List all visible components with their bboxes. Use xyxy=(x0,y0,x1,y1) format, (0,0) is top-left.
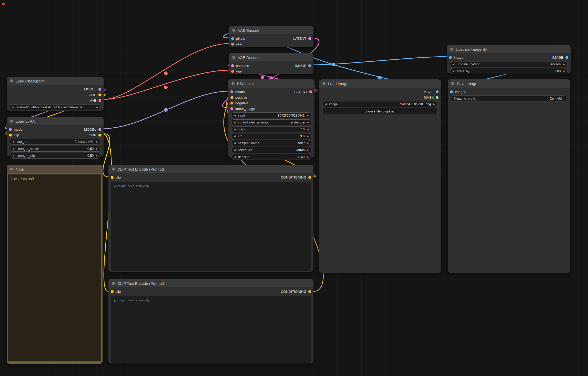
node-load-lora[interactable]: Load LoRA model MODEL clip CLIP ◀ lora_n… xyxy=(7,117,104,156)
input-pin-latent-image[interactable] xyxy=(230,107,233,110)
image-select-widget[interactable]: ◀ image ComfyUI_01990_.png ▶ xyxy=(322,101,438,107)
input-pin-negative[interactable] xyxy=(230,102,233,105)
next-arrow-icon[interactable]: ▶ xyxy=(307,155,309,158)
next-arrow-icon[interactable]: ▶ xyxy=(307,135,309,138)
next-arrow-icon[interactable]: ▶ xyxy=(96,140,98,143)
collapse-dot-icon[interactable] xyxy=(232,29,235,32)
collapse-dot-icon[interactable] xyxy=(112,168,115,171)
next-arrow-icon[interactable]: ▶ xyxy=(307,128,309,131)
node-title-bar[interactable]: KSampler xyxy=(228,79,315,88)
next-arrow-icon[interactable]: ▶ xyxy=(96,106,98,109)
node-clip-text-encode-positive[interactable]: CLIP Text Encode (Prompt) clip CONDITION… xyxy=(108,165,313,272)
collapse-dot-icon[interactable] xyxy=(322,82,326,85)
strength-model-widget[interactable]: ◀ strength_model 0.50 ▶ xyxy=(10,146,100,152)
node-clip-text-encode-negative[interactable]: CLIP Text Encode (Prompt) clip CONDITION… xyxy=(108,279,313,363)
input-pin-clip[interactable] xyxy=(111,290,114,293)
next-arrow-icon[interactable]: ▶ xyxy=(563,63,565,66)
prev-arrow-icon[interactable]: ◀ xyxy=(452,63,454,66)
lora-name-widget[interactable]: ◀ lora_na … [redacted] ▶ xyxy=(10,139,100,145)
prev-arrow-icon[interactable]: ◀ xyxy=(12,147,14,150)
next-arrow-icon[interactable]: ▶ xyxy=(433,103,435,106)
collapse-dot-icon[interactable] xyxy=(450,48,453,51)
filename-prefix-widget[interactable]: filename_prefix ComfyUI xyxy=(451,96,567,101)
seed-widget[interactable]: ◀ seed 807235678230542 ▶ xyxy=(231,112,311,118)
input-pin-image[interactable] xyxy=(449,56,452,59)
prev-arrow-icon[interactable]: ◀ xyxy=(12,154,14,157)
ckpt-name-widget[interactable]: ◀ aNewWorldPhotorealistic_v41Fixed16step… xyxy=(10,104,100,110)
input-pin-positive[interactable] xyxy=(230,96,233,99)
next-arrow-icon[interactable]: ▶ xyxy=(307,149,309,151)
input-pin-vae[interactable] xyxy=(231,43,234,46)
collapse-dot-icon[interactable] xyxy=(232,56,235,59)
prev-arrow-icon[interactable]: ◀ xyxy=(234,114,236,117)
prev-arrow-icon[interactable]: ◀ xyxy=(234,149,236,151)
scale-by-widget[interactable]: ◀ scale_by 2.00 ▶ xyxy=(450,68,567,74)
prev-arrow-icon[interactable]: ◀ xyxy=(234,128,236,131)
choose-file-button[interactable]: choose file to upload xyxy=(322,108,438,114)
prompt-textarea[interactable]: [prompt text removed] xyxy=(111,296,311,363)
control-after-generate-widget[interactable]: ◀ control after generate randomize ▶ xyxy=(231,119,311,125)
input-pin-pixels[interactable] xyxy=(231,37,234,40)
collapse-dot-icon[interactable] xyxy=(451,82,454,85)
node-load-checkpoint[interactable]: Load Checkpoint MODEL CLIP VAE ◀ aNewWor… xyxy=(7,77,104,111)
collapse-dot-icon[interactable] xyxy=(10,120,13,123)
next-arrow-icon[interactable]: ▶ xyxy=(96,147,98,150)
prev-arrow-icon[interactable]: ◀ xyxy=(12,106,14,109)
input-pin-images[interactable] xyxy=(450,90,453,93)
input-pin-model[interactable] xyxy=(9,128,12,131)
output-pin-conditioning[interactable] xyxy=(308,176,311,179)
node-title-bar[interactable]: VAE Encode xyxy=(229,26,313,34)
node-title-bar[interactable]: VAE Decode xyxy=(229,53,313,61)
output-pin-clip[interactable] xyxy=(98,93,101,96)
cfg-widget[interactable]: ◀ cfg 3.0 ▶ xyxy=(231,133,311,139)
output-pin-conditioning[interactable] xyxy=(308,290,311,293)
node-upscale-image-by[interactable]: Upscale Image By image IMAGE ◀ upscale_m… xyxy=(447,45,571,73)
scheduler-widget[interactable]: ◀ scheduler karras ▶ xyxy=(231,147,311,153)
prev-arrow-icon[interactable]: ◀ xyxy=(12,140,14,143)
node-note[interactable]: Note [text removed] xyxy=(7,165,103,364)
output-pin-image[interactable] xyxy=(436,90,439,93)
output-pin-latent[interactable] xyxy=(308,37,311,40)
note-text[interactable]: [text removed] xyxy=(8,174,101,361)
input-pin-vae[interactable] xyxy=(231,70,234,73)
output-pin-image[interactable] xyxy=(308,64,311,67)
next-arrow-icon[interactable]: ▶ xyxy=(307,142,309,144)
node-title-bar[interactable]: Load Image xyxy=(319,79,441,88)
prev-arrow-icon[interactable]: ◀ xyxy=(234,135,236,138)
next-arrow-icon[interactable]: ▶ xyxy=(307,121,309,124)
node-title-bar[interactable]: Load LoRA xyxy=(7,117,104,125)
node-title-bar[interactable]: Save Image xyxy=(448,79,570,88)
prev-arrow-icon[interactable]: ◀ xyxy=(234,142,236,144)
output-pin-mask[interactable] xyxy=(436,96,439,99)
node-load-image[interactable]: Load Image IMAGE MASK ◀ image ComfyUI_01… xyxy=(319,79,441,273)
output-pin-image[interactable] xyxy=(565,56,568,59)
node-title-bar[interactable]: Load Checkpoint xyxy=(7,77,104,85)
input-pin-model[interactable] xyxy=(230,90,233,93)
prompt-textarea[interactable]: [prompt text removed] xyxy=(111,182,311,271)
collapse-dot-icon[interactable] xyxy=(10,168,13,171)
collapse-dot-icon[interactable] xyxy=(112,282,115,285)
next-arrow-icon[interactable]: ▶ xyxy=(307,114,309,117)
prev-arrow-icon[interactable]: ◀ xyxy=(234,121,236,124)
comfyui-canvas[interactable]: { "app": "ComfyUI node graph", "redactio… xyxy=(0,0,588,376)
next-arrow-icon[interactable]: ▶ xyxy=(563,70,565,72)
output-pin-clip[interactable] xyxy=(98,134,101,137)
prev-arrow-icon[interactable]: ◀ xyxy=(325,103,327,106)
collapse-dot-icon[interactable] xyxy=(10,79,13,82)
strength-clip-widget[interactable]: ◀ strength_clip 0.50 ▶ xyxy=(10,153,100,159)
node-title-bar[interactable]: CLIP Text Encode (Prompt) xyxy=(108,279,313,287)
input-pin-samples[interactable] xyxy=(231,64,234,67)
steps-widget[interactable]: ◀ steps 16 ▶ xyxy=(231,126,311,132)
node-title-bar[interactable]: Note xyxy=(7,165,103,173)
collapse-dot-icon[interactable] xyxy=(231,82,235,85)
output-pin-latent[interactable] xyxy=(309,90,312,93)
denoise-widget[interactable]: ◀ denoise 0.40 ▶ xyxy=(231,154,311,160)
input-pin-clip[interactable] xyxy=(111,176,114,179)
prev-arrow-icon[interactable]: ◀ xyxy=(234,155,236,158)
node-title-bar[interactable]: Upscale Image By xyxy=(447,45,571,53)
output-pin-vae[interactable] xyxy=(98,99,101,102)
prev-arrow-icon[interactable]: ◀ xyxy=(452,70,454,72)
sampler-name-widget[interactable]: ◀ sampler_name euler ▶ xyxy=(231,140,311,146)
node-vae-decode[interactable]: VAE Decode samples IMAGE vae xyxy=(229,53,313,74)
node-vae-encode[interactable]: VAE Encode pixels LATENT vae xyxy=(229,26,313,47)
